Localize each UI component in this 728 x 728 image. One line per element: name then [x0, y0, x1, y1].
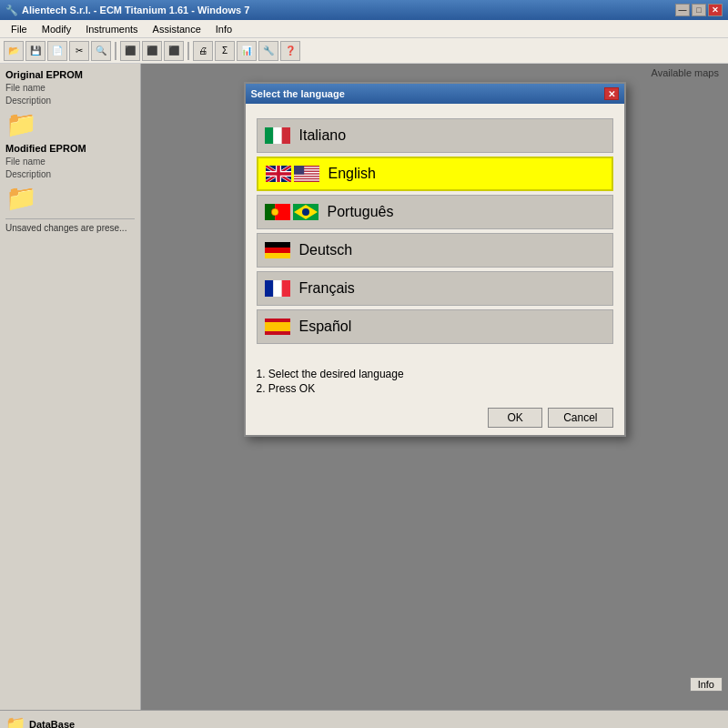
language-option-francais[interactable]: Français	[257, 271, 613, 306]
toolbar-btn-8[interactable]: ⬛	[164, 41, 184, 61]
svg-rect-19	[265, 248, 290, 253]
language-option-espanol[interactable]: Español	[257, 309, 613, 344]
menu-info[interactable]: Info	[208, 22, 239, 36]
svg-rect-2	[281, 127, 289, 144]
italiano-flags	[265, 127, 290, 144]
svg-rect-1	[273, 127, 281, 144]
language-option-italiano[interactable]: Italiano	[257, 118, 613, 153]
language-dialog: Select the language ✕	[244, 82, 626, 437]
dialog-title: Select the language	[251, 88, 345, 99]
flag-uk	[266, 166, 291, 182]
original-eprom-title: Original EPROM	[5, 69, 135, 80]
svg-point-14	[271, 208, 278, 216]
modified-filename-label: File name	[5, 157, 135, 167]
title-bar: 🔧 Alientech S.r.l. - ECM Titanium 1.61 -…	[0, 0, 728, 20]
portugues-label: Português	[328, 204, 605, 220]
main-area: Original EPROM File name Description 📁 M…	[0, 64, 728, 710]
modified-eprom-title: Modified EPROM	[5, 143, 135, 154]
title-bar-buttons: — □ ✕	[675, 4, 723, 16]
svg-rect-23	[281, 280, 289, 297]
cancel-button[interactable]: Cancel	[548, 408, 612, 428]
toolbar-btn-2[interactable]: 💾	[25, 41, 46, 61]
toolbar-separator-2	[187, 42, 189, 60]
right-panel: Available maps Select the language ✕	[141, 64, 728, 710]
language-option-english[interactable]: English	[257, 157, 613, 191]
svg-rect-25	[265, 322, 290, 331]
deutsch-flags	[265, 242, 290, 258]
flag-france	[265, 280, 290, 297]
database-section: 📁 DataBase Driver 18295 Open Automatic s…	[0, 710, 728, 728]
original-filename-label: File name	[5, 83, 135, 93]
title-bar-left: 🔧 Alientech S.r.l. - ECM Titanium 1.61 -…	[5, 5, 249, 16]
modified-folder-icon: 📁	[5, 183, 135, 213]
toolbar-btn-13[interactable]: ❓	[280, 41, 300, 61]
modified-description-label: Description	[5, 169, 135, 179]
svg-rect-0	[265, 127, 273, 144]
svg-rect-9	[294, 177, 319, 177]
dialog-instructions: 1. Select the desired language 2. Press …	[246, 359, 624, 400]
toolbar-btn-4[interactable]: ✂	[69, 41, 89, 61]
menu-file[interactable]: File	[4, 22, 35, 36]
english-label: English	[329, 166, 604, 182]
svg-rect-22	[273, 280, 281, 297]
menu-bar: File Modify Instruments Assistance Info	[0, 20, 728, 38]
original-folder-icon: 📁	[5, 109, 135, 139]
language-option-portugues[interactable]: Português	[257, 195, 613, 229]
toolbar-btn-1[interactable]: 📂	[4, 41, 24, 61]
svg-rect-8	[294, 175, 319, 176]
instruction-2: 2. Press OK	[257, 382, 613, 395]
left-panel: Original EPROM File name Description 📁 M…	[0, 64, 141, 710]
app-icon: 🔧	[5, 5, 18, 16]
deutsch-label: Deutsch	[299, 242, 605, 258]
dialog-footer: OK Cancel	[246, 400, 624, 435]
espanol-label: Español	[299, 318, 605, 335]
svg-rect-20	[265, 253, 290, 258]
francais-flags	[265, 280, 290, 297]
minimize-button[interactable]: —	[675, 4, 690, 16]
toolbar-btn-12[interactable]: 🔧	[258, 41, 278, 61]
ok-button[interactable]: OK	[488, 408, 542, 428]
instruction-1: 1. Select the desired language	[257, 368, 613, 380]
flag-spain	[265, 318, 290, 335]
toolbar-btn-3[interactable]: 📄	[47, 41, 67, 61]
toolbar-separator-1	[115, 42, 116, 60]
toolbar-btn-5[interactable]: 🔍	[91, 41, 111, 61]
modal-overlay: Select the language ✕	[141, 64, 728, 710]
flag-italy	[265, 127, 290, 144]
toolbar-btn-10[interactable]: Σ	[215, 41, 235, 61]
dialog-body: Italiano	[246, 104, 624, 359]
svg-point-17	[302, 208, 309, 216]
original-description-label: Description	[5, 96, 135, 106]
unsaved-message: Unsaved changes are prese...	[5, 218, 135, 233]
espanol-flags	[265, 318, 290, 335]
close-button[interactable]: ✕	[708, 4, 723, 16]
dialog-close-button[interactable]: ✕	[604, 87, 619, 100]
menu-instruments[interactable]: Instruments	[78, 22, 145, 36]
toolbar: 📂 💾 📄 ✂ 🔍 ⬛ ⬛ ⬛ 🖨 Σ 📊 🔧 ❓	[0, 38, 728, 64]
window-title: Alientech S.r.l. - ECM Titanium 1.61 - W…	[22, 5, 249, 15]
flag-germany	[265, 242, 290, 258]
francais-label: Français	[299, 280, 605, 297]
svg-rect-18	[265, 242, 290, 248]
toolbar-btn-6[interactable]: ⬛	[120, 41, 140, 61]
flag-brazil	[293, 204, 318, 220]
language-option-deutsch[interactable]: Deutsch	[257, 233, 613, 268]
toolbar-btn-11[interactable]: 📊	[237, 41, 257, 61]
database-title: 📁 DataBase	[5, 714, 723, 728]
maximize-button[interactable]: □	[692, 4, 706, 16]
menu-assistance[interactable]: Assistance	[146, 22, 208, 36]
dialog-title-bar: Select the language ✕	[246, 84, 624, 104]
svg-rect-10	[294, 179, 319, 180]
english-flags	[266, 166, 319, 182]
toolbar-btn-9[interactable]: 🖨	[193, 41, 213, 61]
svg-rect-21	[265, 280, 273, 297]
svg-rect-11	[294, 166, 304, 175]
flag-us	[294, 166, 319, 182]
portugues-flags	[265, 204, 318, 220]
flag-portugal	[265, 204, 290, 220]
toolbar-btn-7[interactable]: ⬛	[142, 41, 162, 61]
italiano-label: Italiano	[299, 127, 605, 144]
menu-modify[interactable]: Modify	[35, 22, 78, 36]
